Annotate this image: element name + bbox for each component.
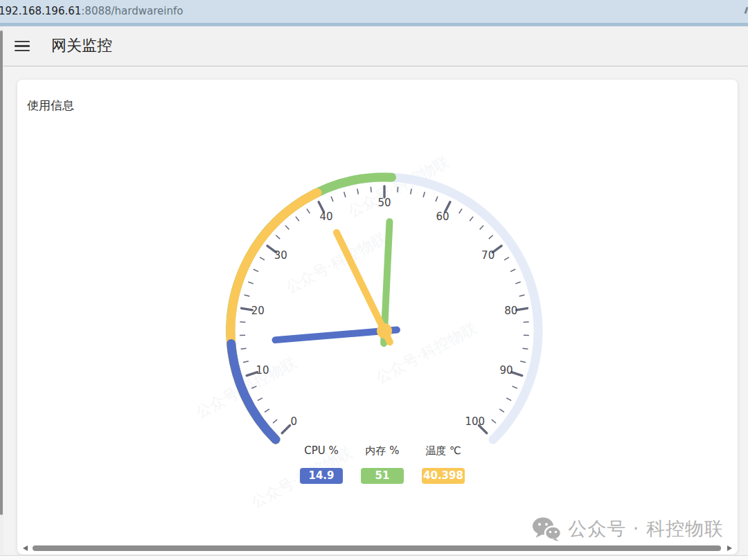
url-path: :8088/hardwareinfo xyxy=(81,5,183,17)
gauge-ticks xyxy=(240,186,529,433)
svg-text:90: 90 xyxy=(499,364,513,377)
hscrollbar-left-arrow-icon[interactable] xyxy=(23,545,28,551)
gauge-axis-labels: 0102030405060708090100 xyxy=(251,197,518,428)
metric-cpu: CPU % 14.9 xyxy=(300,445,343,484)
wechat-icon xyxy=(532,516,561,541)
gauge-needles xyxy=(276,222,397,343)
metric-cpu-value: 14.9 xyxy=(300,468,343,484)
svg-text:0: 0 xyxy=(290,415,297,428)
metric-memory-label: 内存 % xyxy=(361,445,404,457)
gauge-arcs xyxy=(231,177,538,440)
svg-text:80: 80 xyxy=(504,305,517,317)
metric-cpu-label: CPU % xyxy=(300,445,343,457)
metric-temperature-value: 40.398 xyxy=(422,468,465,484)
menu-hamburger-icon[interactable] xyxy=(15,41,30,51)
wechat-watermark-text: 公众号 · 科控物联 xyxy=(568,516,724,541)
gauge-needle xyxy=(276,330,397,341)
gauge-knob xyxy=(377,323,392,338)
url-host: 192.168.196.61 xyxy=(0,5,81,17)
cursor-artifact xyxy=(745,7,748,14)
gauge-metrics: CPU % 14.9 内存 % 51 温度 ℃ 40.398 xyxy=(300,445,465,484)
gauge-needle xyxy=(337,233,390,342)
metric-memory-value: 51 xyxy=(361,468,404,484)
metric-memory: 内存 % 51 xyxy=(361,445,404,484)
bottom-strip xyxy=(0,555,748,560)
gauge-needle xyxy=(384,222,389,343)
wechat-watermark: 公众号 · 科控物联 xyxy=(532,516,724,541)
app-header: 网关监控 xyxy=(0,26,748,66)
card-title: 使用信息 xyxy=(27,98,74,114)
left-scrollbar-thumb[interactable] xyxy=(0,30,3,515)
page-title: 网关监控 xyxy=(51,35,112,56)
left-scrollbar[interactable] xyxy=(0,26,3,560)
svg-text:40: 40 xyxy=(319,210,332,223)
svg-text:60: 60 xyxy=(436,210,449,223)
usage-info-card: 使用信息 公众号·科控物联 公众号·科控物联 公众号·科控物联 公众号·科控物联… xyxy=(17,80,738,554)
hscrollbar-right-arrow-icon[interactable] xyxy=(727,545,732,551)
metric-temperature: 温度 ℃ 40.398 xyxy=(422,445,465,484)
svg-text:20: 20 xyxy=(251,305,265,317)
svg-text:50: 50 xyxy=(377,197,391,209)
svg-text:30: 30 xyxy=(274,249,287,262)
svg-text:70: 70 xyxy=(481,249,495,262)
browser-address-bar[interactable]: 192.168.196.61:8088/hardwareinfo xyxy=(0,0,748,23)
svg-text:10: 10 xyxy=(256,364,269,377)
metric-temperature-label: 温度 ℃ xyxy=(422,445,465,457)
hscrollbar-thumb[interactable] xyxy=(33,545,721,551)
svg-text:100: 100 xyxy=(465,415,485,428)
url-text: 192.168.196.61:8088/hardwareinfo xyxy=(0,5,183,17)
